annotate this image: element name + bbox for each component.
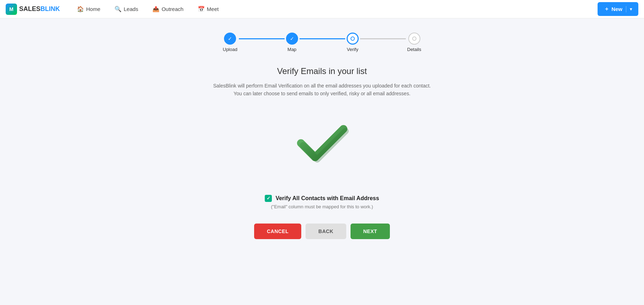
new-button-label: New (611, 6, 622, 12)
nav-items: 🏠 Home 🔍 Leads 📤 Outreach 📅 Meet (71, 3, 224, 15)
svg-point-0 (351, 37, 354, 40)
connector-map-verify (299, 38, 345, 39)
svg-point-1 (413, 37, 416, 40)
step-map: ✓ Map (286, 33, 298, 52)
nav-item-leads[interactable]: 🔍 Leads (109, 3, 144, 15)
step-label-map: Map (287, 47, 296, 52)
page-title: Verify Emails in your list (277, 66, 367, 76)
next-button[interactable]: NEXT (351, 224, 390, 239)
stepper: ✓ Upload ✓ Map Verify Details (223, 33, 421, 52)
home-icon: 🏠 (77, 6, 84, 12)
step-label-verify: Verify (347, 47, 358, 52)
nav-meet-label: Meet (207, 6, 219, 12)
back-button[interactable]: BACK (306, 224, 346, 239)
big-checkmark (294, 115, 351, 178)
navbar-right: ＋ New ▾ (598, 2, 638, 16)
main-content: ✓ Upload ✓ Map Verify Details Verify Ema… (163, 18, 482, 253)
step-circle-upload: ✓ (224, 33, 236, 45)
step-circle-map: ✓ (286, 33, 298, 45)
nav-leads-label: Leads (124, 6, 138, 12)
step-label-details: Details (407, 47, 421, 52)
cancel-button[interactable]: CANCEL (254, 224, 301, 239)
verify-option-label: Verify All Contacts with Email Address (275, 195, 379, 202)
meet-icon: 📅 (198, 6, 205, 12)
verify-option-row: ✓ Verify All Contacts with Email Address (265, 195, 379, 202)
subtitle-line2: You can later choose to send emails to o… (234, 91, 410, 96)
checkbox-check-icon: ✓ (267, 196, 270, 201)
new-button-divider (626, 6, 626, 12)
nav-item-outreach[interactable]: 📤 Outreach (147, 3, 189, 15)
connector-upload-map (239, 38, 285, 39)
new-button-plus: ＋ (604, 6, 609, 12)
outreach-icon: 📤 (152, 6, 159, 12)
big-checkmark-container (294, 115, 351, 178)
verify-option-note: ("Email" column must be mapped for this … (271, 204, 373, 209)
nav-home-label: Home (86, 6, 100, 12)
step-label-upload: Upload (223, 47, 237, 52)
connector-verify-details (360, 38, 406, 39)
logo-icon: M (6, 4, 17, 15)
step-verify: Verify (347, 33, 359, 52)
nav-item-meet[interactable]: 📅 Meet (192, 3, 224, 15)
logo-sales-text: SALES (19, 5, 40, 12)
step-upload: ✓ Upload (223, 33, 237, 52)
checkmark-svg (294, 115, 351, 171)
step-circle-details (408, 33, 420, 45)
step-circle-verify (347, 33, 359, 45)
logo-blink-text: BLINK (40, 5, 60, 12)
leads-icon: 🔍 (114, 6, 122, 12)
button-row: CANCEL BACK NEXT (254, 224, 390, 239)
step-details: Details (407, 33, 421, 52)
chevron-down-icon: ▾ (630, 7, 632, 12)
new-button[interactable]: ＋ New ▾ (598, 2, 638, 16)
nav-item-home[interactable]: 🏠 Home (71, 3, 106, 15)
logo[interactable]: M SALESBLINK (6, 4, 60, 15)
logo-letter: M (9, 6, 13, 12)
verify-checkbox[interactable]: ✓ (265, 195, 272, 202)
navbar: M SALESBLINK 🏠 Home 🔍 Leads 📤 Outreach 📅… (0, 0, 644, 18)
verify-option: ✓ Verify All Contacts with Email Address… (265, 195, 379, 209)
page-subtitle: SalesBlink will perform Email Verificati… (213, 82, 431, 98)
subtitle-line1: SalesBlink will perform Email Verificati… (213, 83, 431, 89)
nav-outreach-label: Outreach (162, 6, 184, 12)
